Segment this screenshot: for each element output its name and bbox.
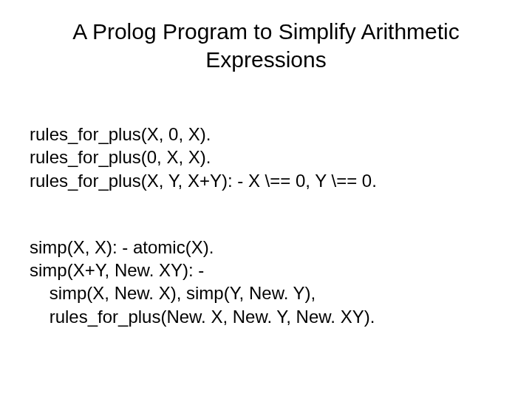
code-block-rules: rules_for_plus(X, 0, X). rules_for_plus(… [30,100,502,192]
code-line: simp(X, X): - atomic(X). [30,237,214,257]
code-block-simp: simp(X, X): - atomic(X). simp(X+Y, New. … [30,213,502,328]
slide-title: A Prolog Program to Simplify Arithmetic … [30,18,502,73]
slide: A Prolog Program to Simplify Arithmetic … [0,0,532,399]
code-line: simp(X+Y, New. XY): - [30,260,204,280]
spacer [30,192,502,213]
code-line: rules_for_plus(X, 0, X). [30,124,211,144]
code-line: rules_for_plus(X, Y, X+Y): - X \== 0, Y … [30,171,377,191]
code-line: rules_for_plus(New. X, New. Y, New. XY). [30,307,375,327]
code-line: rules_for_plus(0, X, X). [30,147,211,167]
code-line: simp(X, New. X), simp(Y, New. Y), [30,283,316,303]
